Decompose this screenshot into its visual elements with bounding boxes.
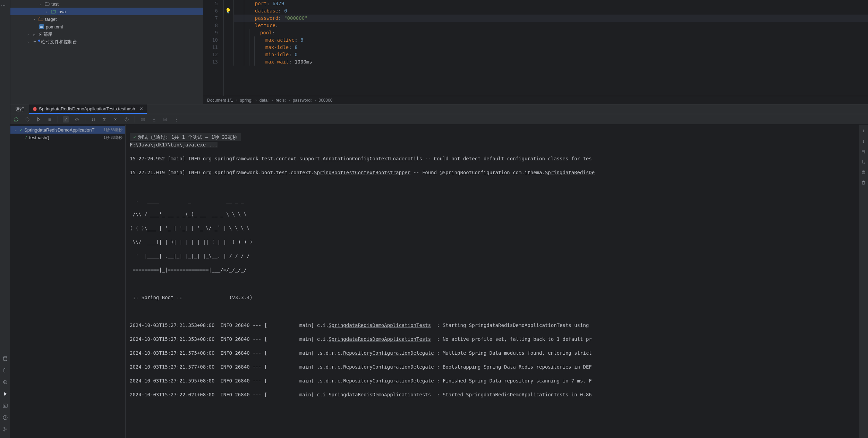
editor-area: 5 6 7 8 9 10 11 12 13 💡 port: 6379 datab… bbox=[203, 0, 868, 104]
rerun-icon[interactable] bbox=[13, 116, 19, 123]
tree-row-target[interactable]: › target bbox=[10, 15, 203, 23]
editor-content[interactable]: 5 6 7 8 9 10 11 12 13 💡 port: 6379 datab… bbox=[203, 0, 868, 96]
line-gutter: 5 6 7 8 9 10 11 12 13 bbox=[203, 0, 224, 96]
test-duration: 1秒 33毫秒 bbox=[104, 135, 122, 140]
tree-row-external-libs[interactable]: › 外部库 bbox=[10, 31, 203, 38]
rerun-failed-icon[interactable] bbox=[24, 116, 31, 123]
scroll-up-icon[interactable]: ↑ bbox=[860, 127, 867, 134]
test-method-name: testhash() bbox=[29, 135, 49, 140]
project-tree[interactable]: ⌄ test › java › target m pom.xml › 外 bbox=[10, 0, 203, 104]
terminal-icon[interactable] bbox=[2, 403, 8, 409]
yaml-value: 8 bbox=[295, 44, 297, 50]
show-ignored-icon[interactable]: ⊘ bbox=[74, 116, 80, 123]
console-output[interactable]: ✓ 测试 已通过: 1共 1 个测试 – 1秒 33毫秒 F:\Java\jdk… bbox=[126, 125, 868, 438]
log-text: 15:27:20.952 [main] INFO org.springframe… bbox=[130, 156, 323, 161]
chevron-right-icon[interactable]: › bbox=[44, 10, 49, 14]
log-text: 2024-10-03T15:27:21.353+08:00 INFO 26840… bbox=[130, 336, 329, 342]
log-text: : Starting SpringdataRedisDemoApplicatio… bbox=[431, 322, 592, 328]
yaml-key: max-active bbox=[265, 37, 295, 43]
log-link[interactable]: RepositoryConfigurationDelegate bbox=[343, 364, 434, 370]
database-icon[interactable] bbox=[2, 355, 8, 362]
tree-row-test[interactable]: ⌄ test bbox=[10, 0, 203, 8]
clear-icon[interactable] bbox=[860, 179, 867, 186]
yaml-key: max-idle bbox=[265, 44, 289, 50]
yaml-value: 0 bbox=[295, 52, 297, 57]
svg-point-9 bbox=[142, 119, 144, 120]
test-method-row[interactable]: ✓ testhash() 1秒 33毫秒 bbox=[10, 134, 125, 141]
test-class-row[interactable]: ⌄ ✓ SpringdataRedisDemoApplicationT 1秒 3… bbox=[10, 126, 125, 134]
test-results-tree[interactable]: ⌄ ✓ SpringdataRedisDemoApplicationT 1秒 3… bbox=[10, 125, 126, 438]
tree-row-scratch[interactable]: › 临时文件和控制台 bbox=[10, 38, 203, 46]
console-right-toolbar: ↑ ↓ bbox=[859, 125, 868, 438]
more-options-icon[interactable]: ⋮ bbox=[173, 116, 179, 123]
history-icon[interactable] bbox=[124, 116, 130, 123]
yaml-key: pool bbox=[260, 30, 272, 35]
services-icon[interactable] bbox=[2, 379, 8, 385]
log-link[interactable]: AnnotationConfigContextLoaderUtils bbox=[323, 156, 422, 161]
breadcrumb-item[interactable]: data: bbox=[259, 98, 269, 103]
chevron-down-icon[interactable]: ⌄ bbox=[38, 2, 43, 6]
log-link[interactable]: RepositoryConfigurationDelegate bbox=[343, 378, 434, 384]
import-icon[interactable] bbox=[162, 116, 168, 123]
structure-icon[interactable] bbox=[2, 367, 8, 373]
run-active-tab[interactable]: ⬤ SpringdataRedisDemoApplicationTests.te… bbox=[29, 104, 147, 114]
sort-icon[interactable] bbox=[90, 116, 96, 123]
folder-icon bbox=[44, 1, 50, 7]
show-passed-icon[interactable]: ✓ bbox=[63, 116, 69, 123]
test-duration: 1秒 33毫秒 bbox=[104, 127, 122, 133]
log-text: -- Found @SpringBootConfiguration com.it… bbox=[410, 170, 545, 175]
test-status-text: 测试 已通过: 1共 1 个测试 – 1秒 33毫秒 bbox=[138, 134, 237, 141]
run-icon[interactable] bbox=[2, 391, 8, 397]
breadcrumb-item[interactable]: spring: bbox=[240, 98, 253, 103]
close-icon[interactable]: ✕ bbox=[139, 106, 143, 111]
stop-icon[interactable]: ■ bbox=[46, 116, 53, 123]
maven-icon: m bbox=[39, 24, 44, 30]
breadcrumb-item[interactable]: password: bbox=[293, 98, 312, 103]
svg-point-6 bbox=[6, 429, 7, 430]
chevron-right-icon[interactable]: › bbox=[26, 40, 31, 44]
chevron-right-icon[interactable]: › bbox=[32, 17, 37, 21]
scroll-down-icon[interactable]: ↓ bbox=[860, 138, 867, 144]
scroll-to-end-icon[interactable] bbox=[860, 159, 867, 165]
blue-dot-indicator bbox=[38, 40, 40, 42]
log-link[interactable]: RepositoryConfigurationDelegate bbox=[343, 350, 434, 356]
collapse-all-icon[interactable] bbox=[112, 116, 119, 123]
breadcrumb-item[interactable]: redis: bbox=[275, 98, 286, 103]
export-icon[interactable] bbox=[151, 116, 157, 123]
chevron-down-icon[interactable]: ⌄ bbox=[13, 128, 18, 132]
spring-banner: ' |____| .__|_| |_|_| |_\__, | / / / / bbox=[130, 252, 859, 259]
problems-icon[interactable] bbox=[2, 414, 8, 421]
soft-wrap-icon[interactable] bbox=[860, 148, 867, 154]
chevron-right-icon[interactable]: › bbox=[26, 33, 31, 36]
log-link[interactable]: SpringdataRedisDemoApplicationTests bbox=[329, 336, 431, 342]
log-text: 2024-10-03T15:27:21.575+08:00 INFO 26840… bbox=[130, 350, 343, 356]
vcs-icon[interactable] bbox=[2, 426, 8, 432]
library-icon bbox=[32, 32, 37, 37]
breadcrumb[interactable]: Document 1/1 › spring: › data: › redis: … bbox=[203, 96, 868, 104]
expand-all-icon[interactable] bbox=[101, 116, 108, 123]
svg-point-4 bbox=[3, 427, 5, 428]
run-tab-text: SpringdataRedisDemoApplicationTests.test… bbox=[39, 106, 135, 111]
svg-point-0 bbox=[3, 356, 7, 358]
log-link[interactable]: SpringdataRedisDemoApplicationTests bbox=[329, 322, 431, 328]
tree-row-java[interactable]: › java bbox=[10, 8, 203, 15]
toggle-auto-test-icon[interactable] bbox=[35, 116, 42, 123]
screenshot-icon[interactable] bbox=[140, 116, 146, 123]
yaml-value: 1000ms bbox=[295, 59, 312, 65]
run-panel-title[interactable]: 运行 bbox=[10, 104, 29, 114]
log-link[interactable]: SpringdataRedisDemoApplicationTests bbox=[329, 392, 431, 397]
yaml-key: lettuce bbox=[255, 23, 275, 28]
log-text: 2024-10-03T15:27:21.595+08:00 INFO 26840… bbox=[130, 378, 343, 384]
log-link[interactable]: SpringdataRedisDe bbox=[545, 170, 595, 175]
run-body: ⌄ ✓ SpringdataRedisDemoApplicationT 1秒 3… bbox=[10, 125, 868, 438]
more-icon[interactable]: ⋯ bbox=[0, 2, 6, 8]
print-icon[interactable] bbox=[860, 169, 867, 175]
log-link[interactable]: SpringBootTestContextBootstrapper bbox=[314, 170, 410, 175]
tree-label: 临时文件和控制台 bbox=[41, 39, 77, 45]
yaml-key: database bbox=[255, 8, 278, 14]
code-area[interactable]: port: 6379 database: 0 password: "000000… bbox=[224, 0, 868, 96]
svg-rect-11 bbox=[863, 171, 864, 171]
tree-row-pom[interactable]: m pom.xml bbox=[10, 23, 203, 31]
log-text: : Multiple Spring Data modules found, en… bbox=[434, 350, 592, 356]
run-tabs: 运行 ⬤ SpringdataRedisDemoApplicationTests… bbox=[10, 104, 868, 114]
